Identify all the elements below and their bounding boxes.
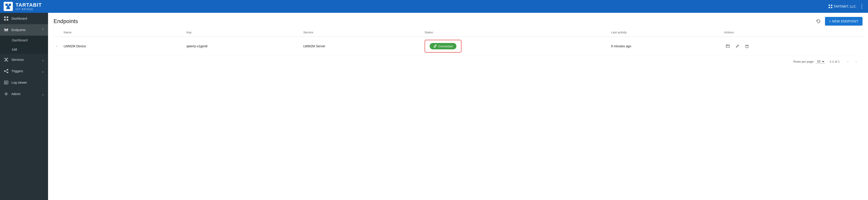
table-container: Name Key Service Status Last activity Ac…	[48, 28, 868, 200]
col-service: Service	[301, 28, 422, 37]
expand-icon: ‹	[56, 44, 57, 48]
sidebar-item-endpoints[interactable]: Endpoints ⌃	[0, 24, 48, 36]
sidebar-item-services[interactable]: Services ⌄	[0, 54, 48, 65]
sidebar-sub-item-ep-dashboard[interactable]: Dashboard	[0, 36, 48, 45]
header-actions: + NEW ENDPOINT	[814, 17, 863, 26]
link-icon	[433, 44, 437, 48]
header-right: TARTABIT, LLC. ⋮	[829, 3, 864, 9]
endpoint-service-cell: LWM2M Server	[301, 37, 422, 56]
page-title: Endpoints	[54, 18, 78, 25]
svg-rect-6	[829, 7, 830, 8]
dashboard-icon	[4, 16, 9, 21]
svg-rect-13	[4, 29, 5, 30]
endpoints-icon	[4, 27, 9, 32]
col-expand	[54, 28, 61, 37]
services-icon	[4, 57, 9, 62]
sidebar-item-triggers[interactable]: Triggers ⌄	[0, 65, 48, 77]
svg-rect-2	[7, 5, 9, 7]
svg-line-28	[5, 70, 7, 71]
rows-per-page: Rows per page: 5 10 25 50	[794, 60, 825, 64]
refresh-icon	[816, 19, 821, 24]
sidebar-item-label: Dashboard	[11, 17, 44, 20]
svg-rect-7	[831, 7, 832, 8]
svg-rect-8	[4, 16, 6, 18]
col-actions: Actions	[721, 28, 863, 37]
svg-line-29	[5, 71, 7, 72]
svg-rect-5	[831, 5, 832, 6]
svg-rect-10	[4, 19, 6, 21]
sidebar-item-label: Triggers	[11, 69, 39, 73]
refresh-button[interactable]	[814, 17, 823, 26]
sidebar-item-logviewer[interactable]: Log viewer	[0, 77, 48, 88]
delete-button[interactable]	[743, 42, 751, 50]
prev-page-button[interactable]: ‹	[844, 58, 851, 65]
status-badge: Connected	[430, 43, 457, 49]
brand-subtitle: IOT BRIDGE	[16, 8, 42, 10]
sidebar-item-admin[interactable]: Admin ⌄	[0, 88, 48, 100]
table-row: ‹ LWM2M Device qwerty-x1gen8 LWM2M Serve…	[54, 37, 863, 56]
chevron-down-icon: ⌄	[41, 69, 44, 73]
col-status: Status	[422, 28, 608, 37]
delete-icon	[745, 44, 749, 48]
sidebar-item-dashboard[interactable]: Dashboard	[0, 13, 48, 24]
pagination: Rows per page: 5 10 25 50 1-1 of 1 ‹ ›	[54, 56, 863, 67]
edit-icon	[735, 44, 739, 48]
admin-icon	[4, 92, 9, 96]
svg-rect-43	[746, 45, 748, 48]
status-highlight-box: Connected	[425, 40, 461, 53]
company-label: TARTABIT, LLC.	[833, 5, 857, 8]
svg-point-35	[6, 94, 7, 94]
svg-rect-15	[4, 30, 8, 31]
page-info: 1-1 of 1	[830, 60, 840, 63]
main-content: Endpoints + NEW ENDPOINT Name Ke	[48, 13, 868, 200]
svg-rect-11	[7, 19, 8, 21]
table-header-row: Name Key Service Status Last activity Ac…	[54, 28, 863, 37]
header-left: TARTABIT IOT BRIDGE	[4, 2, 42, 11]
company-name: TARTABIT, LLC.	[829, 4, 857, 8]
rows-per-page-label: Rows per page:	[794, 60, 814, 63]
endpoint-key-cell: qwerty-x1gen8	[184, 37, 301, 56]
svg-rect-14	[7, 29, 8, 30]
chevron-down-icon: ⌄	[41, 58, 44, 62]
next-page-button[interactable]: ›	[852, 58, 860, 65]
endpoint-name-cell: LWM2M Device	[61, 37, 184, 56]
sidebar-item-label: Admin	[11, 92, 39, 96]
col-last-activity: Last activity	[608, 28, 721, 37]
triggers-icon	[4, 69, 9, 74]
status-label: Connected	[438, 44, 453, 48]
svg-point-16	[5, 59, 7, 60]
app-body: Dashboard Endpoints ⌃ Dashboard List	[0, 13, 868, 200]
svg-point-26	[7, 69, 8, 70]
svg-rect-9	[7, 16, 8, 18]
grid-icon	[829, 4, 833, 8]
svg-rect-30	[4, 81, 8, 84]
endpoint-last-activity-cell: 8 minutes ago	[608, 37, 721, 56]
header-menu-button[interactable]: ⋮	[859, 3, 864, 9]
sidebar: Dashboard Endpoints ⌃ Dashboard List	[0, 13, 48, 200]
endpoints-table: Name Key Service Status Last activity Ac…	[54, 28, 863, 56]
rows-per-page-select[interactable]: 5 10 25 50	[816, 60, 825, 64]
expand-cell[interactable]: ‹	[54, 37, 61, 56]
sidebar-item-label: Log viewer	[11, 81, 44, 84]
sidebar-sub-item-ep-list[interactable]: List	[0, 45, 48, 54]
actions-cell	[724, 42, 860, 50]
view-button[interactable]	[724, 42, 732, 50]
page-nav: ‹ ›	[844, 58, 860, 65]
sidebar-sub-endpoints: Dashboard List	[0, 36, 48, 54]
svg-point-25	[4, 70, 5, 72]
chevron-down-icon: ⌄	[41, 92, 44, 96]
new-endpoint-button[interactable]: + NEW ENDPOINT	[825, 17, 863, 26]
col-name: Name	[61, 28, 184, 37]
svg-rect-3	[6, 7, 10, 9]
sidebar-item-label: Services	[11, 58, 39, 62]
svg-rect-40	[726, 45, 730, 47]
logo-text: TARTABIT IOT BRIDGE	[16, 2, 42, 10]
chevron-up-icon: ⌃	[41, 28, 44, 32]
logviewer-icon	[4, 80, 9, 85]
endpoint-actions-cell	[721, 37, 863, 56]
endpoint-status-cell: Connected	[422, 37, 608, 56]
col-key: Key	[184, 28, 301, 37]
sidebar-item-label: Endpoints	[11, 28, 39, 32]
edit-button[interactable]	[734, 42, 741, 50]
logo-icon	[4, 2, 13, 11]
